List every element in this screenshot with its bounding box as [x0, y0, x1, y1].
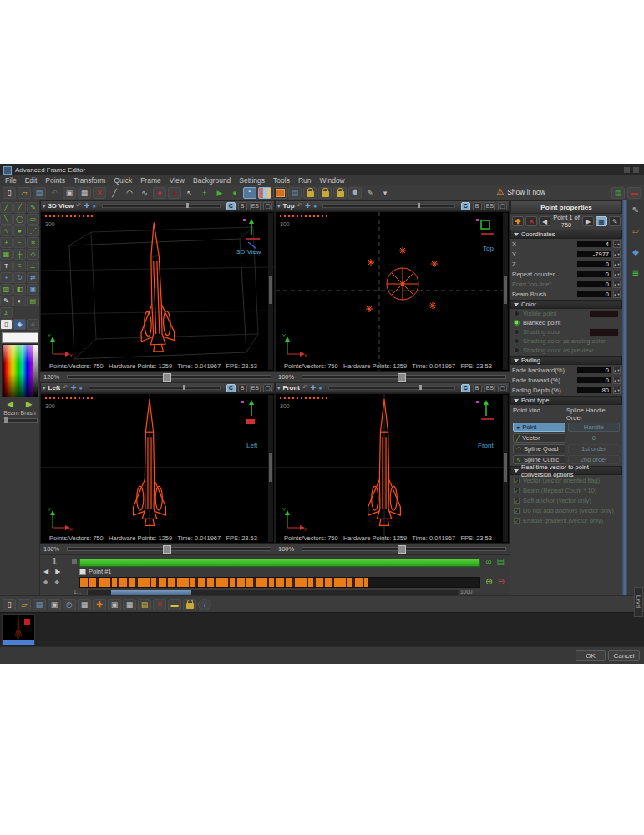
- viewport-vscroll[interactable]: [503, 213, 508, 370]
- move-tool-button[interactable]: +: [0, 272, 13, 283]
- shading-preview-radio[interactable]: [514, 347, 520, 353]
- export-frame-icon[interactable]: ▤: [497, 557, 505, 566]
- paste-icon[interactable]: ▦: [78, 599, 91, 610]
- shading-color-radio[interactable]: [514, 329, 520, 335]
- record-icon[interactable]: ●: [153, 187, 166, 199]
- lock-x-icon[interactable]: [303, 187, 317, 199]
- brush-tool-button[interactable]: ▨: [0, 284, 13, 295]
- save-icon[interactable]: ▤: [33, 599, 46, 610]
- no-anchors-checkbox[interactable]: ✓: [514, 508, 520, 514]
- menu-transform[interactable]: Transform: [74, 176, 105, 185]
- viewport-slider[interactable]: [328, 386, 455, 390]
- lines-tool-button[interactable]: ≡: [13, 261, 26, 271]
- pen-tool-button[interactable]: ✎: [0, 296, 13, 306]
- tool-button[interactable]: ●: [13, 225, 26, 236]
- frame-duration-bar[interactable]: [79, 559, 480, 567]
- find-icon[interactable]: ∞: [485, 557, 491, 566]
- ellipse-tool-button[interactable]: ◯: [13, 214, 26, 225]
- viewport-top-canvas[interactable]: 300 Top Y X Po: [275, 211, 510, 372]
- viewport-maximize-button[interactable]: ▢: [498, 384, 507, 392]
- menu-window[interactable]: Window: [320, 176, 345, 185]
- viewport-es-button[interactable]: ES: [484, 202, 495, 210]
- z-spinner[interactable]: ▲▼: [613, 261, 621, 268]
- pick-point-button[interactable]: ✎: [609, 216, 621, 226]
- lasso-tool-button[interactable]: ◇: [27, 249, 39, 260]
- font-tool-button[interactable]: A: [27, 319, 39, 330]
- page-tool-button[interactable]: ▯: [0, 319, 13, 330]
- delete-point-button[interactable]: ✕: [525, 216, 537, 226]
- pan-icon[interactable]: ✚: [71, 384, 77, 392]
- blanked-point-radio[interactable]: [514, 320, 520, 326]
- fade-backward-input[interactable]: 0: [576, 367, 611, 374]
- remove-point-tool-button[interactable]: −: [13, 237, 26, 248]
- tool-button[interactable]: ✎: [27, 202, 39, 213]
- menu-run[interactable]: Run: [298, 176, 312, 185]
- play-icon[interactable]: ●: [228, 187, 241, 199]
- beam-brush-slider[interactable]: [3, 418, 38, 423]
- pan-icon[interactable]: ✚: [305, 202, 311, 210]
- timeline-scrollbar[interactable]: [87, 590, 459, 595]
- viewport-maximize-button[interactable]: ▢: [498, 202, 507, 210]
- cursor-icon[interactable]: ↖: [183, 187, 196, 199]
- select-tool-button[interactable]: ▦: [0, 249, 13, 260]
- menu-quick[interactable]: Quick: [114, 176, 132, 185]
- shading-color-swatch[interactable]: [589, 328, 619, 337]
- x-input[interactable]: 4: [576, 240, 611, 248]
- visible-color-swatch[interactable]: [589, 310, 619, 318]
- viewport-slider[interactable]: [102, 204, 221, 208]
- curve-tool-icon[interactable]: ∿: [138, 187, 151, 199]
- viewport-b-button[interactable]: B: [473, 202, 482, 210]
- kind-point-button[interactable]: ●Point: [513, 423, 565, 432]
- viewport-maximize-button[interactable]: ▢: [263, 202, 272, 210]
- chevron-down-icon[interactable]: ▾: [43, 385, 46, 392]
- viewport-zoom-slider[interactable]: [67, 375, 271, 379]
- fade-backward-spinner[interactable]: ▲▼: [613, 367, 621, 374]
- copy-icon[interactable]: ▣: [63, 187, 76, 199]
- order-zero-button[interactable]: 0: [568, 433, 621, 443]
- viewport-maximize-button[interactable]: ▢: [263, 384, 272, 392]
- chevron-down-icon[interactable]: ▾: [43, 203, 46, 210]
- show-path-icon[interactable]: ▶: [213, 187, 226, 199]
- kind-spline-quad-button[interactable]: ◠Spline Quad: [513, 444, 565, 453]
- tag-icon[interactable]: ◆: [632, 247, 639, 256]
- rect-tool-button[interactable]: ▭: [27, 214, 39, 225]
- undo-icon[interactable]: ↶: [63, 384, 68, 392]
- add-point-icon[interactable]: +: [198, 187, 211, 199]
- list-icon[interactable]: ≣: [632, 268, 639, 277]
- sigma-tool-button[interactable]: Σ: [0, 307, 13, 318]
- cursor-dot-icon[interactable]: ●: [313, 203, 317, 209]
- live-output-icon[interactable]: ▤: [611, 187, 625, 199]
- tool-button[interactable]: ╱: [13, 202, 26, 213]
- vector-flag-checkbox[interactable]: ✓: [514, 478, 520, 483]
- menu-file[interactable]: File: [5, 176, 17, 185]
- order-handle-button[interactable]: Handle: [568, 423, 621, 432]
- y-input[interactable]: -7977: [576, 250, 611, 258]
- x-spinner[interactable]: ▲▼: [613, 240, 621, 248]
- dropdown-icon[interactable]: ▾: [378, 187, 392, 199]
- undo-icon[interactable]: ↶: [302, 384, 308, 392]
- y-spinner[interactable]: ▲▼: [613, 250, 621, 258]
- step-forward-icon[interactable]: ◆: [54, 579, 58, 585]
- repeat-counter-spinner[interactable]: ▲▼: [613, 271, 621, 278]
- contrast-tool-button[interactable]: ◐: [13, 296, 26, 306]
- fade-forward-input[interactable]: 0: [576, 377, 611, 384]
- duplicate-icon[interactable]: ▤: [138, 599, 151, 610]
- menu-frame[interactable]: Frame: [140, 176, 161, 185]
- tool-button[interactable]: ╱: [0, 202, 13, 213]
- cancel-button[interactable]: Cancel: [608, 650, 640, 661]
- cursor-dot-icon[interactable]: ●: [79, 385, 83, 391]
- title-bar[interactable]: Advanced Frame Editor: [0, 164, 644, 175]
- cursor-dot-icon[interactable]: ●: [318, 385, 322, 391]
- menu-tools[interactable]: Tools: [273, 176, 290, 185]
- color-palette[interactable]: [2, 344, 38, 397]
- menu-settings[interactable]: Settings: [239, 176, 265, 185]
- note-icon[interactable]: ▬: [168, 599, 181, 610]
- viewport-b-button[interactable]: B: [238, 384, 247, 392]
- background-box-icon[interactable]: [273, 187, 287, 199]
- viewport-slider[interactable]: [89, 386, 221, 390]
- beam-brush-spinner[interactable]: ▲▼: [613, 291, 621, 298]
- save-icon[interactable]: ▤: [33, 187, 46, 199]
- fading-depth-spinner[interactable]: ▲▼: [613, 387, 621, 394]
- fade-forward-spinner[interactable]: ▲▼: [613, 377, 621, 384]
- open-icon[interactable]: ▱: [18, 187, 31, 199]
